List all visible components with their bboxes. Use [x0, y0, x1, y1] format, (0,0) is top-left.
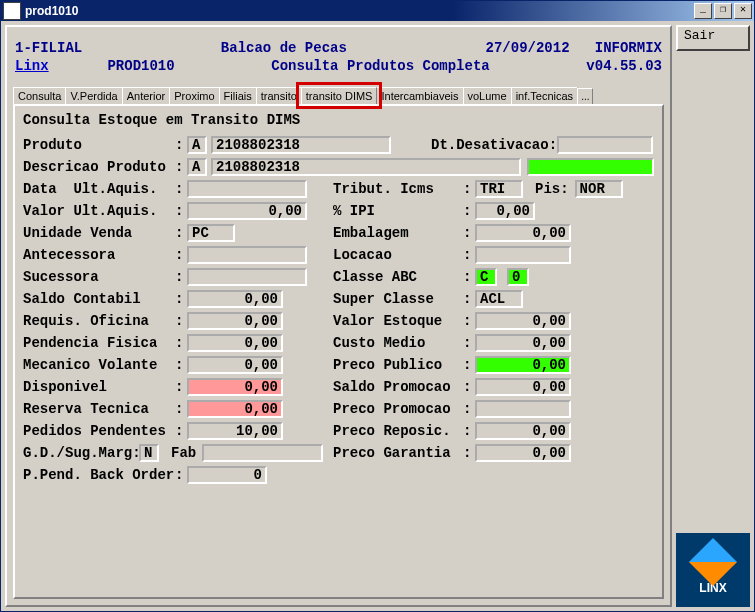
fld-descricao-extra[interactable]	[527, 158, 654, 176]
fld-locacao[interactable]	[475, 246, 571, 264]
fld-pct-ipi[interactable]: 0,00	[475, 202, 535, 220]
fld-pendencia-fisica[interactable]: 0,00	[187, 334, 283, 352]
lbl-preco-promocao: Preco Promocao	[333, 401, 463, 417]
fld-saldo-promocao[interactable]: 0,00	[475, 378, 571, 396]
fld-preco-publico[interactable]: 0,00	[475, 356, 571, 374]
fld-gd-sug-marg[interactable]: N	[139, 444, 159, 462]
fld-antecessora[interactable]	[187, 246, 307, 264]
lbl-gd-sug-marg: G.D./Sug.Marg:	[23, 445, 139, 461]
fld-classe-abc-2[interactable]: 0	[507, 268, 529, 286]
fld-dt-desativacao[interactable]	[557, 136, 653, 154]
fld-valor-estoque[interactable]: 0,00	[475, 312, 571, 330]
title-bar: prod1010 _ ❐ ✕	[1, 1, 754, 21]
tab-inf-tecnicas[interactable]: inf.Tecnicas	[511, 87, 578, 104]
lbl-valor-ult-aquis: Valor Ult.Aquis.	[23, 203, 175, 219]
fld-descricao-code[interactable]: A	[187, 158, 207, 176]
fld-custo-medio[interactable]: 0,00	[475, 334, 571, 352]
fld-produto[interactable]: 2108802318	[211, 136, 391, 154]
tab-vperdida[interactable]: V.Perdida	[65, 87, 122, 104]
fld-mecanico-volante[interactable]: 0,00	[187, 356, 283, 374]
fld-preco-garantia[interactable]: 0,00	[475, 444, 571, 462]
hdr-filial: 1-FILIAL	[15, 40, 82, 56]
tab-more[interactable]: ...	[577, 88, 593, 104]
lbl-unidade-venda: Unidade Venda	[23, 225, 175, 241]
lbl-preco-reposic: Preco Reposic.	[333, 423, 463, 439]
tab-transito-dims[interactable]: transito DIMS	[301, 87, 378, 104]
tab-intercambiaveis[interactable]: Intercambiaveis	[376, 87, 463, 104]
link-linx[interactable]: Linx	[15, 58, 49, 74]
tab-consulta[interactable]: Consulta	[13, 87, 66, 104]
lbl-p-pend-backorder: P.Pend. Back Order	[23, 467, 175, 483]
fld-unidade-venda[interactable]: PC	[187, 224, 235, 242]
fld-tribut-icms[interactable]: TRI	[475, 180, 523, 198]
lbl-saldo-promocao: Saldo Promocao	[333, 379, 463, 395]
side-panel: Sair LINX	[676, 25, 750, 607]
fld-fab[interactable]	[202, 444, 323, 462]
lbl-pendencia-fisica: Pendencia Fisica	[23, 335, 175, 351]
lbl-produto: Produto	[23, 137, 175, 153]
fld-pedidos-pendentes[interactable]: 10,00	[187, 422, 283, 440]
info-header: 1-FILIAL Balcao de Pecas 27/09/2012 INFO…	[13, 33, 664, 85]
fld-embalagem[interactable]: 0,00	[475, 224, 571, 242]
tab-volume[interactable]: voLume	[463, 87, 512, 104]
lbl-super-classe: Super Classe	[333, 291, 463, 307]
window-title: prod1010	[25, 4, 692, 18]
logo-linx: LINX	[676, 533, 750, 607]
minimize-button[interactable]: _	[694, 3, 712, 19]
lbl-embalagem: Embalagem	[333, 225, 463, 241]
fld-super-classe[interactable]: ACL	[475, 290, 523, 308]
tab-transito[interactable]: transito	[256, 87, 302, 104]
fld-reserva-tecnica[interactable]: 0,00	[187, 400, 283, 418]
lbl-saldo-contabil: Saldo Contabil	[23, 291, 175, 307]
fld-sucessora[interactable]	[187, 268, 307, 286]
hdr-code: PROD1010	[107, 58, 174, 74]
hdr-platform: INFORMIX	[595, 40, 662, 56]
fld-data-ult-aquis[interactable]	[187, 180, 307, 198]
fld-produto-code[interactable]: A	[187, 136, 207, 154]
fld-requis-oficina[interactable]: 0,00	[187, 312, 283, 330]
lbl-custo-medio: Custo Medio	[333, 335, 463, 351]
fld-preco-promocao[interactable]	[475, 400, 571, 418]
fld-saldo-contabil[interactable]: 0,00	[187, 290, 283, 308]
lbl-antecessora: Antecessora	[23, 247, 175, 263]
logo-icon	[689, 538, 737, 586]
restore-button[interactable]: ❐	[714, 3, 732, 19]
lbl-classe-abc: Classe ABC	[333, 269, 463, 285]
close-button[interactable]: ✕	[734, 3, 752, 19]
main-panel: 1-FILIAL Balcao de Pecas 27/09/2012 INFO…	[5, 25, 672, 607]
lbl-descricao: Descricao Produto	[23, 159, 175, 175]
lbl-preco-publico: Preco Publico	[333, 357, 463, 373]
lbl-fab: Fab	[171, 445, 196, 461]
tab-filiais[interactable]: Filiais	[219, 87, 257, 104]
fld-descricao[interactable]: 2108802318	[211, 158, 521, 176]
lbl-mecanico-volante: Mecanico Volante	[23, 357, 175, 373]
lbl-disponivel: Disponivel	[23, 379, 175, 395]
hdr-date: 27/09/2012	[486, 40, 570, 56]
lbl-pedidos-pendentes: Pedidos Pendentes	[23, 423, 175, 439]
form-frame: Consulta Estoque em Transito DIMS Produt…	[13, 104, 664, 599]
fld-disponivel[interactable]: 0,00	[187, 378, 283, 396]
lbl-locacao: Locacao	[333, 247, 463, 263]
lbl-preco-garantia: Preco Garantia	[333, 445, 463, 461]
lbl-data-ult-aquis: Data Ult.Aquis.	[23, 181, 175, 197]
fld-classe-abc-1[interactable]: C	[475, 268, 497, 286]
lbl-reserva-tecnica: Reserva Tecnica	[23, 401, 175, 417]
hdr-subtitle: Consulta Produtos Completa	[271, 58, 489, 74]
tab-anterior[interactable]: Anterior	[122, 87, 171, 104]
tabs-row: Consulta V.Perdida Anterior Proximo Fili…	[13, 87, 664, 104]
fld-pis[interactable]: NOR	[575, 180, 623, 198]
hdr-version: v04.55.03	[586, 58, 662, 74]
fld-p-pend-backorder[interactable]: 0	[187, 466, 267, 484]
lbl-pis: Pis:	[535, 181, 569, 197]
app-icon	[3, 2, 21, 20]
lbl-pct-ipi: % IPI	[333, 203, 463, 219]
hdr-balcao: Balcao de Pecas	[221, 40, 347, 56]
lbl-tribut-icms: Tribut. Icms	[333, 181, 463, 197]
fld-valor-ult-aquis[interactable]: 0,00	[187, 202, 307, 220]
tab-proximo[interactable]: Proximo	[169, 87, 219, 104]
lbl-sucessora: Sucessora	[23, 269, 175, 285]
sair-button[interactable]: Sair	[676, 25, 750, 51]
form-title: Consulta Estoque em Transito DIMS	[23, 112, 654, 128]
lbl-valor-estoque: Valor Estoque	[333, 313, 463, 329]
fld-preco-reposic[interactable]: 0,00	[475, 422, 571, 440]
